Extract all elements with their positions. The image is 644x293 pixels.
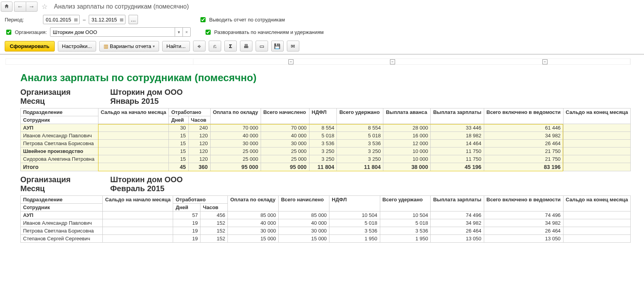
sum-button[interactable]: Σ xyxy=(224,41,237,51)
settings-button[interactable]: Настройки... xyxy=(58,41,96,51)
checkbox-organization-input[interactable] xyxy=(6,30,11,35)
table-row[interactable]: АУП3024070 00070 0008 5548 55428 00033 4… xyxy=(21,124,631,132)
organization-clear-button[interactable]: × xyxy=(182,28,190,36)
organization-field[interactable] xyxy=(50,29,175,35)
checkbox-by-employees-input[interactable] xyxy=(200,17,206,22)
sigma-icon: Σ xyxy=(229,43,232,49)
generate-button[interactable]: Сформировать xyxy=(5,41,55,51)
month-block-january: ОрганизацияШторкин дом ООО МесяцЯнварь 2… xyxy=(20,88,631,106)
checkbox-organization[interactable]: Организация: xyxy=(5,28,47,36)
variants-icon: ▥ xyxy=(104,43,108,49)
calendar-icon[interactable]: ▦ xyxy=(74,17,78,22)
th-advance: Выплата аванса xyxy=(383,108,431,124)
envelope-icon: ✉ xyxy=(291,43,295,49)
table-row[interactable]: Петрова Светлана Борисовна1512030 00030 … xyxy=(21,140,631,147)
home-icon xyxy=(4,4,9,10)
table-row[interactable]: Иванов Александр Павлович1512040 00040 0… xyxy=(21,132,631,140)
checkbox-by-employees-label: Выводить отчет по сотрудникам xyxy=(209,17,285,23)
checkbox-expand-input[interactable] xyxy=(206,30,211,35)
month-val-feb: Февраль 2015 xyxy=(110,184,165,193)
date-from-input[interactable]: ▦ xyxy=(43,15,80,24)
th-hours: Часов xyxy=(188,116,210,124)
th-withheld: Всего удержано xyxy=(337,108,383,124)
date-to-input[interactable]: ▦ xyxy=(89,15,125,24)
save-button[interactable]: 💾 xyxy=(271,41,284,51)
table-row[interactable]: Швейное производство1512025 00025 0003 2… xyxy=(21,147,631,155)
org-key: Организация xyxy=(20,88,106,97)
checkbox-expand-label: Разворачивать по начислениям и удержания… xyxy=(214,29,324,35)
column-collapse-strip: − − − xyxy=(5,59,631,65)
checkbox-by-employees[interactable]: Выводить отчет по сотрудникам xyxy=(199,16,285,23)
nav-back-button[interactable]: ← xyxy=(14,2,26,12)
collapse-icon: ⎌ xyxy=(213,43,216,49)
print-button[interactable]: 🖶 xyxy=(240,41,252,51)
disk-icon: 💾 xyxy=(274,43,281,49)
chevron-down-icon: ▾ xyxy=(153,44,155,48)
nav-forward-button[interactable]: → xyxy=(26,2,38,12)
date-to-field[interactable] xyxy=(91,16,118,23)
total-row[interactable]: Итого4536095 00095 00011 80411 80438 000… xyxy=(21,163,631,171)
preview-button[interactable]: ▭ xyxy=(256,41,268,51)
email-button[interactable]: ✉ xyxy=(287,41,299,51)
printer-icon: 🖶 xyxy=(243,43,249,49)
th-salary-pay: Оплата по окладу xyxy=(210,108,261,124)
page-title: Анализ зарплаты по сотрудникам (помесячн… xyxy=(54,3,189,10)
report-table-january: Подразделение Сальдо на начало месяца От… xyxy=(20,108,631,171)
organization-label: Организация: xyxy=(15,29,47,35)
checkbox-expand[interactable]: Разворачивать по начислениям и удержания… xyxy=(204,28,324,36)
page-icon: ▭ xyxy=(259,43,264,49)
table-row[interactable]: Иванов Александр Павлович1915240 00040 0… xyxy=(21,219,631,227)
month-block-february: ОрганизацияШторкин дом ООО МесяцФевраль … xyxy=(20,175,631,193)
expand-groups-button[interactable]: ⎆ xyxy=(193,41,206,51)
th-saldo-start: Сальдо на начало месяца xyxy=(98,108,169,124)
th-payout: Выплата зарплаты xyxy=(431,108,484,124)
collapse-groups-button[interactable]: ⎌ xyxy=(209,41,221,51)
organization-input[interactable]: ▾ × xyxy=(50,27,191,37)
home-button[interactable] xyxy=(1,2,13,12)
table-row[interactable]: Петрова Светлана Борисовна1915230 00030 … xyxy=(21,227,631,235)
arrow-right-icon: → xyxy=(29,3,35,10)
th-accrued: Всего начислено xyxy=(261,108,309,124)
period-more-button[interactable]: … xyxy=(129,15,138,24)
th-worked: Отработано xyxy=(169,108,210,116)
th-ndfl: НДФЛ xyxy=(309,108,337,124)
date-dash: – xyxy=(83,17,86,23)
table-row[interactable]: Степанов Сергей Сергеевич1915215 00015 0… xyxy=(21,235,631,243)
th-emp: Сотрудник xyxy=(21,116,98,124)
date-from-field[interactable] xyxy=(45,16,72,23)
period-label: Период: xyxy=(5,17,40,23)
th-included: Всего включено в ведомости xyxy=(484,108,563,124)
favorite-star-icon[interactable]: ☆ xyxy=(41,2,48,11)
table-row[interactable]: АУП5745685 00085 00010 50410 50474 49674… xyxy=(21,211,631,219)
org-val: Шторкин дом ООО xyxy=(110,88,183,97)
month-key: Месяц xyxy=(20,97,106,106)
arrow-left-icon: ← xyxy=(17,3,23,10)
month-val-jan: Январь 2015 xyxy=(110,97,159,106)
report-heading: Анализ зарплаты по сотрудникам (помесячн… xyxy=(20,72,631,84)
th-dept: Подразделение xyxy=(21,108,98,116)
find-button[interactable]: Найти... xyxy=(162,41,190,51)
report-variants-button[interactable]: ▥ Варианты отчета ▾ xyxy=(99,41,159,51)
organization-dropdown-button[interactable]: ▾ xyxy=(175,28,182,36)
expand-icon: ⎆ xyxy=(198,43,201,49)
calendar-icon[interactable]: ▦ xyxy=(120,17,123,22)
table-row[interactable]: Сидорова Алевтина Петровна1512025 00025 … xyxy=(21,155,631,163)
report-table-february: Подразделение Сальдо на начало месяца От… xyxy=(20,195,631,243)
th-days: Дней xyxy=(169,116,188,124)
th-saldo-end: Сальдо на конец месяца xyxy=(563,108,630,124)
